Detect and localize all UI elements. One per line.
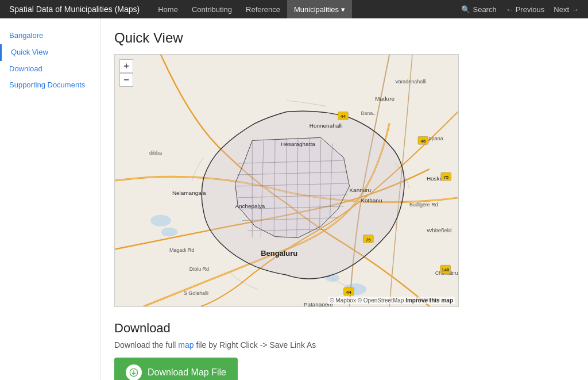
- svg-text:Kothanu: Kothanu: [361, 197, 382, 204]
- route-marker: 44: [338, 112, 349, 120]
- svg-text:Madure: Madure: [375, 95, 394, 102]
- search-button[interactable]: 🔍 Search: [461, 5, 496, 14]
- svg-text:Whitefield: Whitefield: [427, 227, 452, 233]
- map-svg: Madure Bana.. Varadenahalli Karappana Ho…: [115, 55, 458, 306]
- svg-text:Bana..: Bana..: [361, 110, 376, 116]
- svg-text:46: 46: [420, 139, 425, 144]
- svg-text:44: 44: [341, 114, 346, 119]
- arrow-right-icon: →: [571, 5, 579, 14]
- map-controls: + −: [119, 59, 133, 87]
- sidebar: Bangalore Quick View Download Supporting…: [0, 18, 100, 380]
- navbar-right: 🔍 Search ← Previous Next →: [461, 5, 579, 14]
- svg-text:Kannuru: Kannuru: [350, 187, 372, 193]
- nav-item-contributing[interactable]: Contributing: [185, 0, 239, 18]
- improve-map-link[interactable]: Improve this map: [405, 297, 453, 304]
- svg-point-1: [150, 215, 171, 227]
- municipalities-label: Municipalities: [294, 5, 339, 14]
- search-label: Search: [473, 5, 496, 14]
- route-marker: 148: [440, 265, 451, 273]
- svg-text:Varadenahalli: Varadenahalli: [395, 79, 426, 85]
- route-marker: 75: [441, 172, 451, 181]
- nav-item-municipalities[interactable]: Municipalities ▾: [287, 0, 352, 18]
- route-marker: 46: [418, 136, 428, 144]
- mapbox-attribution: © Mapbox © OpenStreetMap: [330, 297, 405, 304]
- page-title: Quick View: [114, 30, 574, 46]
- map-attribution: © Mapbox © OpenStreetMap Improve this ma…: [328, 297, 455, 304]
- prev-label: Previous: [516, 5, 545, 14]
- map-link[interactable]: map: [178, 340, 194, 350]
- svg-text:75: 75: [443, 175, 448, 180]
- nav-item-reference[interactable]: Reference: [239, 0, 287, 18]
- svg-text:44: 44: [346, 290, 351, 295]
- svg-text:Magadi Rd: Magadi Rd: [169, 247, 194, 253]
- next-label: Next: [554, 5, 569, 14]
- sidebar-item-quick-view[interactable]: Quick View: [0, 44, 100, 61]
- download-icon: [126, 364, 142, 380]
- map-container[interactable]: Madure Bana.. Varadenahalli Karappana Ho…: [114, 54, 459, 307]
- sidebar-item-supporting-docs[interactable]: Supporting Documents: [0, 77, 100, 94]
- svg-text:75: 75: [366, 237, 371, 243]
- nav-item-home[interactable]: Home: [151, 0, 185, 18]
- svg-point-2: [161, 228, 177, 237]
- svg-text:dibba: dibba: [149, 150, 162, 156]
- arrow-left-icon: ←: [506, 5, 513, 14]
- svg-text:S Golahalli: S Golahalli: [184, 290, 208, 296]
- download-button-label: Download Map File: [148, 367, 226, 378]
- previous-button[interactable]: ← Previous: [506, 5, 545, 14]
- svg-text:Hesaraghatta: Hesaraghatta: [281, 141, 315, 147]
- navbar-brand: Spatial Data of Municipalities (Maps): [9, 5, 140, 14]
- route-marker: 75: [363, 235, 373, 243]
- chevron-down-icon: ▾: [341, 5, 345, 14]
- svg-text:Anchepalya: Anchepalya: [235, 203, 265, 209]
- main-content: Quick View: [100, 18, 588, 380]
- zoom-in-button[interactable]: +: [119, 59, 133, 73]
- main-layout: Bangalore Quick View Download Supporting…: [0, 18, 588, 380]
- sidebar-item-download[interactable]: Download: [0, 61, 100, 78]
- navbar: Spatial Data of Municipalities (Maps) Ho…: [0, 0, 588, 18]
- svg-text:Budigere Rd: Budigere Rd: [409, 202, 438, 208]
- navbar-left: Spatial Data of Municipalities (Maps) Ho…: [9, 0, 352, 18]
- download-description: Download the full map file by Right Clic…: [114, 340, 574, 350]
- next-button[interactable]: Next →: [554, 5, 579, 14]
- download-section-title: Download: [114, 321, 574, 336]
- svg-text:Bengaluru: Bengaluru: [261, 249, 297, 258]
- svg-text:Honnenahalli: Honnenahalli: [310, 122, 343, 129]
- sidebar-item-bangalore[interactable]: Bangalore: [0, 28, 100, 44]
- svg-text:148: 148: [442, 267, 450, 272]
- svg-text:Nelamangala: Nelamangala: [172, 190, 206, 196]
- search-icon: 🔍: [461, 5, 470, 14]
- svg-text:Diblu Rd: Diblu Rd: [189, 266, 209, 272]
- download-map-button[interactable]: Download Map File: [114, 358, 238, 380]
- route-marker: 44: [344, 287, 354, 295]
- zoom-out-button[interactable]: −: [119, 73, 133, 87]
